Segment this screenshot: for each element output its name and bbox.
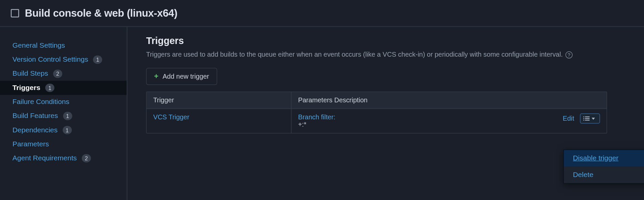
table-header: Trigger Parameters Description [147,92,607,109]
sidebar-item-parameters[interactable]: Parameters [0,137,127,151]
column-header-trigger: Trigger [147,92,292,109]
parameters-cell: Branch filter: +:* Edit [292,109,607,133]
sidebar-item-build-steps[interactable]: Build Steps 2 [0,67,127,81]
help-icon[interactable]: ? [566,51,573,58]
sidebar-item-build-features[interactable]: Build Features 1 [0,109,127,123]
sidebar-item-label: Version Control Settings [12,56,88,64]
row-actions-dropdown: Disable trigger Delete [564,150,644,184]
dropdown-label: Disable trigger [573,154,618,162]
sidebar-item-label: Build Features [12,112,58,120]
add-button-label: Add new trigger [163,73,209,80]
page-header: Build console & web (linux-x64) [0,0,644,27]
sidebar-item-agent-requirements[interactable]: Agent Requirements 2 [0,151,127,165]
row-menu-button[interactable] [580,114,600,124]
count-badge: 2 [82,154,91,162]
plus-icon: + [154,72,158,81]
sidebar-item-general-settings[interactable]: General Settings [0,39,127,53]
add-new-trigger-button[interactable]: + Add new trigger [146,68,217,85]
section-title: Triggers [146,35,625,47]
dropdown-label: Delete [573,171,593,179]
sidebar-item-dependencies[interactable]: Dependencies 1 [0,123,127,137]
parameters-text: Branch filter: +:* [298,114,335,129]
sidebar-item-label: Failure Conditions [12,98,69,106]
trigger-link[interactable]: VCS Trigger [153,114,189,121]
sidebar-item-label: Agent Requirements [12,154,77,162]
dropdown-item-delete[interactable]: Delete [564,167,644,183]
sidebar-item-label: General Settings [12,41,65,50]
sidebar-item-triggers[interactable]: Triggers 1 [0,81,127,95]
count-badge: 1 [45,84,54,92]
count-badge: 2 [53,70,62,78]
sidebar-item-label: Parameters [12,140,49,148]
main-content: Triggers Triggers are used to add builds… [128,27,644,200]
sidebar-item-version-control-settings[interactable]: Version Control Settings 1 [0,53,127,67]
trigger-cell: VCS Trigger [147,109,292,133]
dropdown-item-disable-trigger[interactable]: Disable trigger [564,150,644,167]
sidebar-item-failure-conditions[interactable]: Failure Conditions [0,95,127,109]
sidebar-item-label: Triggers [12,84,40,92]
triggers-table: Trigger Parameters Description VCS Trigg… [146,92,607,134]
edit-link[interactable]: Edit [563,115,574,122]
row-actions: Edit [563,114,600,124]
count-badge: 1 [63,112,72,120]
build-config-icon [11,9,19,17]
section-description: Triggers are used to add builds to the q… [146,50,582,60]
sidebar-item-label: Build Steps [12,70,48,78]
list-icon [585,116,590,120]
table-row: VCS Trigger Branch filter: +:* Edit [147,109,607,133]
page-title: Build console & web (linux-x64) [25,7,177,19]
description-text: Triggers are used to add builds to the q… [146,51,563,58]
chevron-down-icon [592,117,595,119]
sidebar: General Settings Version Control Setting… [0,27,128,200]
column-header-parameters: Parameters Description [292,92,607,109]
branch-filter-value: +:* [298,121,335,128]
count-badge: 1 [62,126,71,134]
branch-filter-label: Branch filter: [298,114,335,121]
sidebar-item-label: Dependencies [12,126,57,134]
count-badge: 1 [93,56,102,64]
